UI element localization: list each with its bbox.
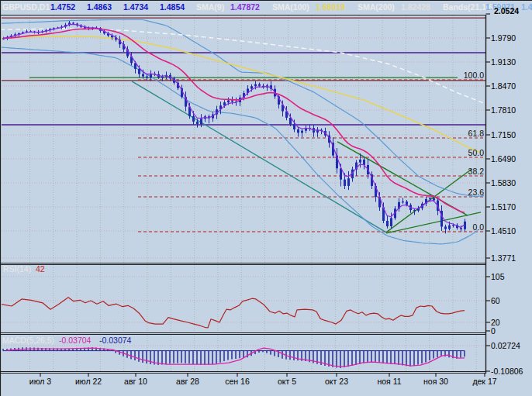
rsi-line — [0, 298, 465, 328]
candle-body[interactable] — [452, 225, 454, 226]
candle-body[interactable] — [293, 124, 295, 129]
rsi-panel[interactable] — [0, 265, 485, 332]
macd-panel[interactable] — [2, 336, 485, 371]
candle-body[interactable] — [146, 77, 148, 77]
candle-body[interactable] — [433, 198, 435, 201]
chart-chrome — [0, 0, 532, 396]
green-ascending-shallow-line[interactable] — [386, 212, 481, 233]
candle-body[interactable] — [254, 84, 257, 87]
candle-body[interactable] — [196, 122, 199, 124]
candle-body[interactable] — [460, 228, 462, 229]
candle-body[interactable] — [161, 77, 164, 77]
candle-body[interactable] — [402, 201, 404, 202]
sma200-line — [0, 29, 484, 103]
candle-body[interactable] — [390, 218, 392, 226]
teal-downtrend-line[interactable] — [132, 81, 386, 232]
candle-body[interactable] — [258, 84, 261, 86]
candle-body[interactable] — [448, 226, 451, 229]
candle-body[interactable] — [359, 160, 361, 163]
candle-body[interactable] — [413, 210, 416, 211]
candle-body[interactable] — [72, 22, 74, 23]
candle-body[interactable] — [363, 160, 365, 165]
candle-body[interactable] — [297, 129, 299, 133]
candle-body[interactable] — [406, 201, 408, 205]
candle-body[interactable] — [200, 119, 202, 124]
candle-body[interactable] — [301, 131, 303, 133]
chart-canvas[interactable] — [0, 0, 532, 396]
candle-body[interactable] — [231, 100, 233, 102]
candle-body[interactable] — [227, 100, 230, 102]
candle-body[interactable] — [250, 86, 253, 88]
ma-crimson-line — [3, 29, 465, 212]
candle-body[interactable] — [344, 180, 346, 186]
candle-body[interactable] — [429, 198, 431, 199]
candle-body[interactable] — [347, 178, 350, 186]
main-chart-panel[interactable] — [0, 15, 485, 263]
bollinger-upper-band — [0, 20, 484, 197]
candle-body[interactable] — [386, 221, 389, 226]
candle-body[interactable] — [142, 74, 144, 77]
candle-body[interactable] — [192, 116, 195, 122]
trading-chart-window: GBPUSD,D1 1.4752 1.4863 1.4734 1.4854 SM… — [0, 0, 532, 396]
candle-body[interactable] — [138, 69, 140, 74]
candle-body[interactable] — [444, 226, 447, 229]
